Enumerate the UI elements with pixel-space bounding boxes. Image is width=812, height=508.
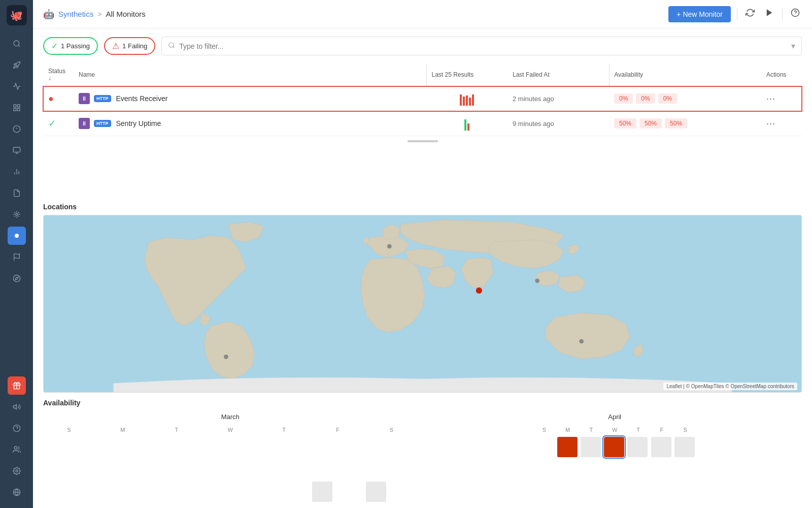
sidebar-item-reports[interactable] — [8, 184, 26, 202]
row1-protocol-badge: HTTP — [94, 95, 111, 102]
actions-menu-button[interactable]: ··· — [766, 93, 775, 104]
day-header: W — [604, 425, 625, 435]
row2-lastfail: 9 minutes ago — [507, 111, 609, 136]
cal-cell — [258, 437, 310, 457]
cal-cell — [205, 459, 256, 480]
bar — [472, 94, 474, 106]
row1-actions: ··· — [761, 86, 802, 111]
day-header: T — [581, 425, 602, 435]
sidebar-item-search[interactable] — [8, 35, 26, 53]
sidebar-item-alerts[interactable] — [8, 120, 26, 138]
cal-cell-fail-wednesday-selected[interactable] — [604, 437, 624, 457]
cal-cell — [312, 437, 364, 457]
march-calendar: March S M T W T F S — [43, 413, 418, 502]
filter-bar: ✓ 1 Passing ⚠ 1 Failing ▾ — [43, 37, 802, 55]
row2-name[interactable]: Sentry Uptime — [116, 119, 161, 128]
row2-results — [426, 111, 507, 136]
filter-search-icon — [168, 42, 175, 50]
bar — [460, 94, 462, 106]
breadcrumb-synthetics-link[interactable]: Synthetics — [58, 10, 93, 18]
row1-bars — [431, 91, 502, 106]
col-header-lastfail: Last Failed At — [507, 64, 609, 86]
row1-name-wrap: II HTTP Events Receiver — [79, 93, 221, 104]
sidebar-item-gift[interactable] — [8, 376, 26, 395]
topbar-divider — [737, 8, 737, 20]
passing-badge[interactable]: ✓ 1 Passing — [43, 37, 98, 55]
cal-cell-fail-monday — [557, 437, 578, 457]
actions-menu-button[interactable]: ··· — [766, 118, 775, 129]
row2-bars — [431, 116, 502, 131]
bar — [463, 97, 465, 106]
sidebar-item-help[interactable] — [8, 419, 26, 437]
cal-cell — [533, 437, 555, 457]
breadcrumb-current-page: All Monitors — [106, 10, 145, 18]
main-content: 🤖 Synthetics > All Monitors + New Monito… — [33, 0, 812, 508]
topbar: 🤖 Synthetics > All Monitors + New Monito… — [33, 0, 812, 28]
availability-section: Availability March S M T W T F S — [33, 393, 812, 508]
march-grid: S M T W T F S — [43, 425, 418, 502]
sidebar-item-settings[interactable] — [8, 462, 26, 480]
world-map: Leaflet | © OpenMapTiles © OpenStreetMap… — [43, 215, 802, 393]
cal-cell — [151, 459, 202, 480]
sidebar-item-team[interactable] — [8, 440, 26, 459]
bar — [469, 98, 471, 106]
new-monitor-button[interactable]: + New Monitor — [668, 6, 731, 22]
sidebar-item-discover[interactable] — [8, 269, 26, 288]
cal-cell — [43, 437, 95, 457]
help-button[interactable] — [789, 6, 802, 22]
row2-spacer — [226, 111, 426, 136]
cal-cell — [258, 459, 310, 480]
filter-input-wrap[interactable]: ▾ — [161, 37, 802, 55]
row1-avail-cell: 0% 0% 0% — [614, 93, 756, 104]
april-calendar: April S M T W T F S — [428, 413, 802, 457]
col-header-spacer — [226, 64, 426, 86]
row2-name-cell: II HTTP Sentry Uptime — [74, 111, 226, 136]
day-header: S — [366, 425, 418, 435]
cal-cell — [205, 482, 256, 502]
row1-lastfail-text: 2 minutes ago — [513, 95, 554, 103]
avail-badge: 50% — [614, 118, 636, 129]
sidebar-item-announcements[interactable] — [8, 398, 26, 416]
filter-input[interactable] — [179, 42, 787, 50]
breadcrumb-separator: > — [97, 10, 101, 18]
sidebar-item-synthetics[interactable] — [8, 227, 26, 245]
row2-lastfail-text: 9 minutes ago — [513, 120, 554, 128]
row2-actions: ··· — [761, 111, 802, 136]
cal-cell — [258, 482, 310, 502]
location-australia — [579, 339, 584, 344]
sidebar-item-globe[interactable] — [8, 483, 26, 501]
map-attribution: Leaflet | © OpenMapTiles © OpenStreetMap… — [663, 383, 797, 390]
sidebar-item-dashboard[interactable] — [8, 99, 26, 117]
sidebar-item-monitor[interactable] — [8, 141, 26, 160]
cal-cell — [97, 459, 149, 480]
sidebar-item-releases[interactable] — [8, 205, 26, 224]
april-title: April — [428, 413, 802, 421]
sidebar: 🐙 — [0, 0, 33, 508]
failing-badge[interactable]: ⚠ 1 Failing — [104, 37, 155, 55]
breadcrumb-icon: 🤖 — [43, 9, 54, 20]
location-south-america — [224, 355, 228, 359]
row1-name[interactable]: Events Receiver — [116, 94, 168, 103]
day-header: F — [651, 425, 672, 435]
pass-icon: ✓ — [48, 118, 56, 129]
row2-name-wrap: II HTTP Sentry Uptime — [79, 118, 221, 129]
cal-cell — [43, 459, 95, 480]
svg-point-17 — [13, 275, 20, 281]
day-header: M — [557, 425, 579, 435]
cal-cell — [627, 437, 648, 457]
play-button[interactable] — [763, 6, 776, 22]
avail-badge: 50% — [639, 118, 662, 129]
svg-rect-1 — [14, 105, 16, 107]
col-header-last25: Last 25 Results — [426, 64, 507, 86]
svg-marker-27 — [767, 9, 772, 16]
sidebar-item-flags[interactable] — [8, 248, 26, 266]
day-header: S — [674, 425, 696, 435]
sidebar-item-performance[interactable] — [8, 77, 26, 96]
sidebar-item-rocket[interactable] — [8, 56, 26, 74]
sidebar-item-charts[interactable] — [8, 163, 26, 181]
svg-rect-2 — [17, 105, 20, 107]
row1-status: ● — [43, 86, 74, 111]
fail-icon: ● — [48, 93, 54, 104]
sidebar-logo[interactable]: 🐙 — [7, 5, 27, 25]
refresh-button[interactable] — [743, 6, 757, 22]
